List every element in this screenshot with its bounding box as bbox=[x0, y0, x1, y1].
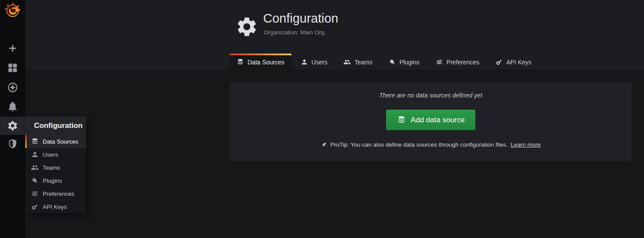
flyout-item-label: Data Sources bbox=[43, 138, 78, 145]
flyout-item-label: API Keys bbox=[43, 204, 67, 210]
protip-text: ProTip: You can also define data sources… bbox=[330, 141, 508, 148]
bell-icon bbox=[7, 101, 18, 112]
empty-state-message: There are no data sources defined yet bbox=[379, 92, 482, 99]
dashboards-grid-icon bbox=[7, 62, 18, 74]
rocket-icon bbox=[321, 141, 327, 148]
page-title: Configuration bbox=[263, 11, 339, 26]
tab-label: Users bbox=[312, 59, 328, 66]
tab-users[interactable]: Users bbox=[294, 54, 335, 70]
flyout-item-plugins[interactable]: Plugins bbox=[25, 174, 86, 187]
sidebar-item-alerting[interactable] bbox=[0, 97, 25, 116]
flyout-item-teams[interactable]: Teams bbox=[25, 161, 86, 174]
team-icon bbox=[343, 58, 351, 66]
database-icon bbox=[31, 137, 39, 145]
flyout-item-label: Users bbox=[43, 151, 58, 158]
sliders-icon bbox=[436, 58, 443, 66]
key-icon bbox=[31, 203, 39, 211]
key-icon bbox=[495, 58, 503, 66]
flyout-item-label: Plugins bbox=[43, 178, 62, 184]
tab-label: Preferences bbox=[447, 59, 479, 66]
data-sources-empty-panel: There are no data sources defined yet Ad… bbox=[230, 82, 632, 161]
database-icon bbox=[237, 58, 244, 66]
user-icon bbox=[31, 151, 39, 158]
sidebar-item-explore[interactable] bbox=[0, 78, 25, 97]
user-icon bbox=[301, 58, 308, 66]
plug-icon bbox=[31, 177, 39, 184]
tab-label: Plugins bbox=[400, 59, 420, 66]
tab-label: API Keys bbox=[506, 59, 532, 66]
config-tabs: Data Sources Users Teams Plugins Prefere… bbox=[230, 54, 539, 70]
side-menu bbox=[0, 0, 25, 238]
configuration-flyout-menu: Configuration Data Sources Users Teams P… bbox=[25, 117, 86, 213]
flyout-item-label: Preferences bbox=[43, 191, 75, 197]
team-icon bbox=[31, 164, 39, 171]
sidebar-item-dashboards[interactable] bbox=[0, 59, 25, 77]
flyout-title[interactable]: Configuration bbox=[25, 117, 86, 135]
add-data-source-button[interactable]: Add data source bbox=[386, 110, 476, 130]
flyout-item-preferences[interactable]: Preferences bbox=[25, 187, 86, 200]
sidebar-item-configuration[interactable] bbox=[0, 117, 25, 135]
plus-icon bbox=[7, 43, 18, 54]
tab-label: Data Sources bbox=[247, 59, 285, 66]
database-icon bbox=[397, 115, 406, 124]
compass-icon bbox=[7, 82, 18, 93]
tab-teams[interactable]: Teams bbox=[336, 54, 379, 70]
flyout-item-label: Teams bbox=[43, 164, 60, 171]
gear-icon bbox=[7, 120, 18, 131]
shield-icon bbox=[7, 138, 18, 150]
gear-icon bbox=[235, 15, 258, 38]
page-header: Configuration Organization: Main Org. Da… bbox=[25, 0, 644, 70]
page-subtitle: Organization: Main Org. bbox=[264, 29, 326, 36]
sidebar-item-create[interactable] bbox=[0, 39, 25, 57]
plug-icon bbox=[389, 58, 396, 66]
sidebar-item-server-admin[interactable] bbox=[0, 135, 25, 153]
sliders-icon bbox=[31, 190, 39, 198]
tab-data-sources[interactable]: Data Sources bbox=[230, 54, 291, 70]
add-data-source-label: Add data source bbox=[411, 116, 465, 124]
tab-preferences[interactable]: Preferences bbox=[429, 54, 486, 70]
grafana-logo[interactable] bbox=[4, 2, 21, 18]
learn-more-link[interactable]: Learn more bbox=[511, 141, 541, 148]
flyout-item-api-keys[interactable]: API Keys bbox=[25, 200, 86, 213]
protip-row: ProTip: You can also define data sources… bbox=[321, 141, 541, 148]
tab-api-keys[interactable]: API Keys bbox=[488, 54, 539, 70]
tab-label: Teams bbox=[354, 59, 372, 66]
flyout-item-data-sources[interactable]: Data Sources bbox=[25, 135, 86, 148]
flyout-item-users[interactable]: Users bbox=[25, 148, 86, 161]
tab-plugins[interactable]: Plugins bbox=[382, 54, 427, 70]
